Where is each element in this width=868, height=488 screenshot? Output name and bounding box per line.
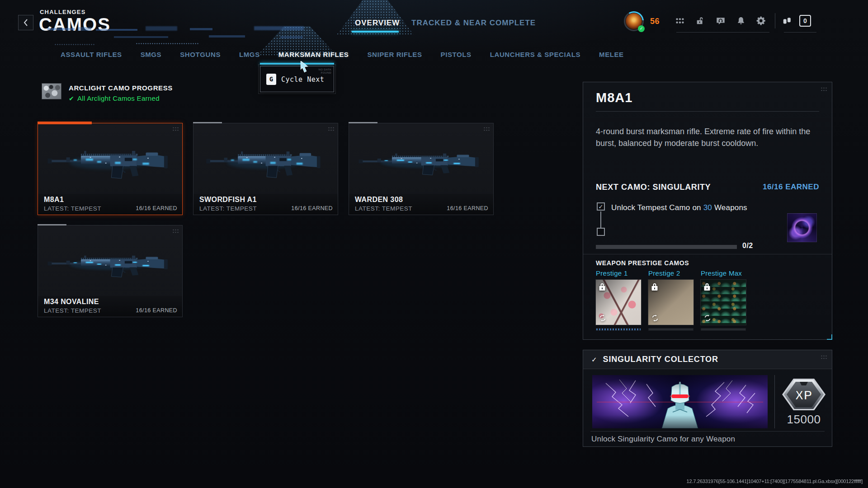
tab-lmgs[interactable]: LMGS [239,51,260,58]
earned-count: 16/16 EARNED [136,307,177,314]
weapon-card-swordfish-a1[interactable]: SWORDFISH A1 LATEST: TEMPEST 16/16 EARNE… [193,123,338,215]
card-info: M8A1 LATEST: TEMPEST 16/16 EARNED [38,194,182,215]
currency-counter[interactable]: 0 [799,15,811,27]
prestige-2-item[interactable]: Prestige 2 [648,269,693,331]
overview-tab-underline [352,31,399,33]
build-version: 12.7.26331976[55-106.1441]10407+11:[7400… [687,479,863,484]
prestige-camos-header: WEAPON PRESTIGE CAMOS [596,259,689,267]
glitch-decoration [254,26,304,30]
xp-value: 15000 [782,413,826,427]
arclight-camo-thumbnail [42,83,61,99]
divider [590,431,825,432]
card-info: SWORDFISH A1 LATEST: TEMPEST 16/16 EARNE… [193,194,338,215]
singularity-camo-swatch [787,213,817,242]
next-camo-label: NEXT CAMO: SINGULARITY [596,183,711,192]
apps-grid-icon[interactable] [675,15,685,26]
earned-count: 16/16 EARNED [291,205,333,211]
weapon-category-tabs: ASSAULT RIFLES SMGS SHOTGUNS LMGS MARKSM… [61,51,624,58]
xp-badge-icon: XP [782,378,826,411]
tab-sniper-rifles[interactable]: SNIPER RIFLES [367,51,422,58]
glitch-decoration [280,36,303,38]
card-corner-accent [349,122,377,123]
glitch-decoration [114,36,168,38]
notifications-bell-icon[interactable] [736,15,746,26]
tab-smgs[interactable]: SMGS [141,51,162,58]
weapon-image [45,242,175,287]
weapon-card-m8a1[interactable]: M8A1 LATEST: TEMPEST 16/16 EARNED [38,123,183,215]
drag-dots-icon [172,229,179,234]
detail-weapon-title: M8A1 [596,90,632,105]
prestige-1-item[interactable]: Prestige 1 [596,269,641,331]
cycle-icon [703,314,712,323]
card-info: M34 NOVALINE LATEST: TEMPEST 16/16 EARNE… [38,296,182,317]
weapon-image [356,140,486,185]
tab-marksman-rifles[interactable]: MARKSMAN RIFLES [278,51,349,58]
challenge-progress-label: 0/2 [742,242,753,250]
challenge-suffix: Weapons [712,203,747,212]
back-button[interactable] [18,15,33,30]
card-corner-accent [38,224,66,225]
tab-overview[interactable]: OVERVIEW [355,19,400,28]
mouse-cursor [300,61,310,74]
latest-camo: LATEST: TEMPEST [199,205,257,212]
player-level: 56 [650,17,660,26]
glitch-decoration [146,26,177,31]
cycle-icon [598,314,607,323]
online-status-check-icon: ✓ [638,25,645,32]
tab-assault-rifles[interactable]: ASSAULT RIFLES [61,51,122,58]
player-avatar[interactable]: ✓ [624,11,644,31]
drag-dots-icon [821,87,827,92]
prestige-label: Prestige 1 [596,269,641,277]
overview-light-cone [336,0,414,35]
chat-support-icon[interactable] [715,15,726,26]
prestige-1-swatch[interactable] [596,280,641,325]
tab-pistols[interactable]: PISTOLS [441,51,472,58]
challenge-count: 30 [703,203,712,212]
lock-icon [651,282,659,291]
tab-shotguns[interactable]: SHOTGUNS [180,51,221,58]
tooltip-corner-note: NO DATA FOUND [314,68,331,75]
glitch-decoration [136,42,199,45]
weapon-name: M34 NOVALINE [44,298,99,306]
tooltip-label: Cycle Next [281,75,324,84]
latest-camo: LATEST: TEMPEST [44,307,101,314]
header-underline [784,32,816,33]
prestige-max-swatch[interactable] [701,280,746,325]
divider [596,111,819,112]
arclight-progress-status: ✔All Arclight Camos Earned [69,94,160,102]
next-camo-earned: 16/16 EARNED [763,183,819,192]
prestige-max-item[interactable]: Prestige Max [701,269,746,331]
glitch-decoration [190,28,212,30]
challenge-connector [600,211,601,228]
xp-label: XP [795,389,812,402]
settings-gear-icon[interactable] [756,15,767,26]
drag-dots-icon [328,127,335,131]
drag-dots-icon [172,127,179,131]
divider [583,254,832,254]
unlocks-lock-icon[interactable] [695,15,706,26]
prestige-2-swatch[interactable] [648,280,693,325]
header-icon-bar [675,15,767,26]
weapon-description: 4-round burst marksman rifle. Extreme ra… [596,126,813,149]
marksman-tab-underline [260,63,334,65]
weapon-card-m34-novaline[interactable]: M34 NOVALINE LATEST: TEMPEST 16/16 EARNE… [38,225,183,317]
squad-icon[interactable] [782,16,793,27]
card-corner-accent [38,122,92,124]
collector-description: Unlock Singularity Camo for any Weapon [591,435,735,444]
weapon-image [45,133,175,192]
weapon-name: SWORDFISH A1 [199,196,257,204]
header-underline [676,32,769,33]
tab-launchers-specials[interactable]: LAUNCHERS & SPECIALS [490,51,580,58]
tab-tracked-near-complete[interactable]: TRACKED & NEAR COMPLETE [411,19,536,28]
check-icon: ✓ [591,356,597,364]
weapon-card-warden-308[interactable]: WARDEN 308 LATEST: TEMPEST 16/16 EARNED [349,123,494,215]
arclight-progress-title: ARCLIGHT CAMO PROGRESS [69,84,173,92]
lock-icon [598,282,606,291]
check-icon: ✓ [599,203,604,210]
glitch-decoration [54,43,95,46]
tab-melee[interactable]: MELEE [599,51,624,58]
divider [774,375,775,428]
challenge-progress-bar [596,245,737,249]
prestige-label: Prestige 2 [648,269,693,277]
singularity-collector-panel[interactable]: ✓ SINGULARITY COLLECTOR [583,350,832,447]
